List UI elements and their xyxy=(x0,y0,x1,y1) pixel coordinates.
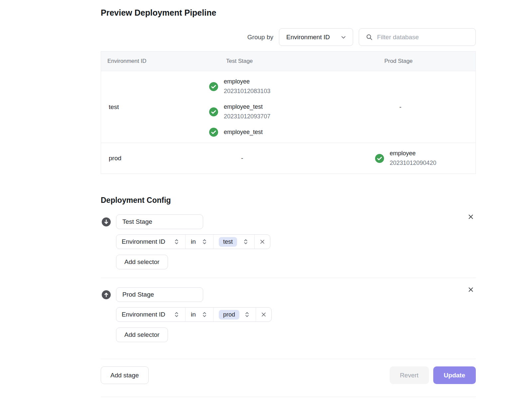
revert-button[interactable]: Revert xyxy=(390,366,429,384)
page-title: Preview Deployment Pipeline xyxy=(101,7,476,18)
test-stage-cell: - xyxy=(209,155,363,162)
unfold-more-icon xyxy=(201,238,208,245)
config-footer: Add stage Revert Update xyxy=(101,366,476,384)
add-stage-button[interactable]: Add stage xyxy=(101,366,149,384)
unfold-more-icon xyxy=(201,311,208,318)
arrow-down-circle-icon xyxy=(102,217,111,226)
arrow-up-circle-icon xyxy=(102,290,111,299)
stage-block-test: Environment ID in test xyxy=(101,214,476,269)
selector-value-select[interactable]: test xyxy=(213,235,254,249)
remove-stage-button[interactable] xyxy=(466,285,476,295)
col-header-prod-stage: Prod Stage xyxy=(363,58,475,65)
footer-divider xyxy=(101,359,476,359)
unfold-more-icon xyxy=(173,311,180,318)
deployment-item: employee 20231012083103 xyxy=(209,77,363,96)
close-icon xyxy=(467,286,474,293)
selector-field-select[interactable]: Environment ID xyxy=(116,308,185,322)
close-icon xyxy=(467,213,474,220)
filter-database-box[interactable] xyxy=(359,28,476,46)
table-row-test: test employee 20231012083103 xyxy=(101,71,475,143)
database-name: employee xyxy=(224,77,270,86)
deployment-version: 20231012083103 xyxy=(224,86,270,96)
add-selector-button[interactable]: Add selector xyxy=(116,255,168,269)
group-by-select[interactable]: Environment ID xyxy=(279,28,353,46)
deployment-item: employee_test 20231012093707 xyxy=(209,102,363,121)
unfold-more-icon xyxy=(242,238,249,245)
environment-id-cell: test xyxy=(101,103,209,111)
stage-name-input[interactable] xyxy=(116,287,203,302)
remove-stage-button[interactable] xyxy=(466,212,476,222)
selector-operator-label: in xyxy=(191,311,196,318)
search-icon xyxy=(366,34,373,41)
add-selector-button[interactable]: Add selector xyxy=(116,328,168,342)
selector-value-pill: test xyxy=(219,237,237,247)
selector-value-select[interactable]: prod xyxy=(213,308,256,322)
environment-id-cell: prod xyxy=(101,155,209,162)
selector-operator-label: in xyxy=(191,238,196,245)
stage-block-prod: Environment ID in prod xyxy=(101,287,476,342)
selector-operator-select[interactable]: in xyxy=(185,235,213,249)
close-icon xyxy=(260,311,267,318)
col-header-test-stage: Test Stage xyxy=(209,58,363,65)
selector-row: Environment ID in prod xyxy=(116,307,272,322)
group-by-label: Group by xyxy=(247,34,273,41)
deployment-text: employee_test 20231012093707 xyxy=(224,102,270,121)
empty-placeholder: - xyxy=(363,103,401,111)
deployment-config-title: Deployment Config xyxy=(101,195,476,205)
deployment-version: 20231012093707 xyxy=(224,112,270,121)
table-header-row: Environment ID Test Stage Prod Stage xyxy=(101,52,475,71)
stage-divider xyxy=(101,278,476,278)
success-check-icon xyxy=(209,107,218,116)
prod-stage-cell: - xyxy=(363,103,475,111)
success-check-icon xyxy=(209,128,218,137)
bottom-divider xyxy=(101,397,476,397)
deployment-list: employee 20231012083103 employee_test 20… xyxy=(209,77,363,137)
deployment-text: employee 20231012090420 xyxy=(390,149,436,168)
deployment-item: employee 20231012090420 xyxy=(363,149,475,168)
selector-value-pill: prod xyxy=(219,310,239,320)
main-content: Preview Deployment Pipeline Group by Env… xyxy=(101,7,476,397)
close-icon xyxy=(259,238,266,245)
col-header-environment-id: Environment ID xyxy=(101,58,209,65)
unfold-more-icon xyxy=(244,311,250,318)
empty-placeholder: - xyxy=(209,155,243,162)
prod-stage-cell: employee 20231012090420 xyxy=(363,149,475,168)
selector-field-label: Environment ID xyxy=(122,238,165,245)
group-by-selected-value: Environment ID xyxy=(286,34,330,41)
database-name: employee_test xyxy=(224,127,263,137)
deployment-item: employee_test xyxy=(209,127,363,137)
deployment-text: employee 20231012083103 xyxy=(224,77,270,96)
selector-field-label: Environment ID xyxy=(122,311,165,318)
pipeline-table: Environment ID Test Stage Prod Stage tes… xyxy=(101,51,476,174)
success-check-icon xyxy=(209,82,218,91)
deployment-text: employee_test xyxy=(224,127,263,137)
selector-operator-select[interactable]: in xyxy=(185,308,213,322)
success-check-icon xyxy=(375,154,384,163)
chevron-down-icon xyxy=(340,34,347,41)
stage-header xyxy=(101,214,476,229)
remove-selector-button[interactable] xyxy=(256,308,271,322)
database-name: employee xyxy=(390,149,436,158)
table-row-prod: prod - employee 20231012090420 xyxy=(101,143,475,174)
filter-database-input[interactable] xyxy=(377,34,470,41)
stage-header xyxy=(101,287,476,302)
stage-body: Environment ID in test xyxy=(116,229,476,269)
deployment-version: 20231012090420 xyxy=(390,158,436,168)
selector-row: Environment ID in test xyxy=(116,234,270,249)
database-name: employee_test xyxy=(224,102,270,112)
test-stage-cell: employee 20231012083103 employee_test 20… xyxy=(209,77,363,137)
table-toolbar: Group by Environment ID xyxy=(101,28,476,46)
stage-name-input[interactable] xyxy=(116,214,203,229)
selector-field-select[interactable]: Environment ID xyxy=(116,235,185,249)
update-button[interactable]: Update xyxy=(433,366,476,384)
unfold-more-icon xyxy=(173,238,180,245)
remove-selector-button[interactable] xyxy=(254,235,270,249)
stage-body: Environment ID in prod xyxy=(116,302,476,342)
